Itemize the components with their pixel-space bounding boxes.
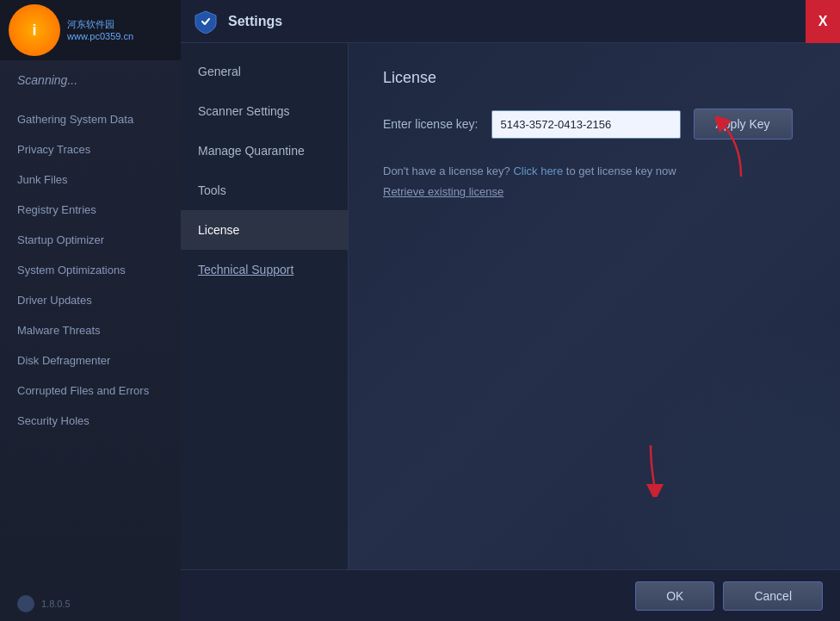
version-label: 1.8.0.5 [0, 587, 181, 621]
sidebar: i 河东软件园www.pc0359.cn Scanning... Gatheri… [0, 0, 181, 621]
watermark-text: 河东软件园www.pc0359.cn [67, 18, 133, 43]
nav-general[interactable]: General [181, 52, 348, 91]
sidebar-item-startup[interactable]: Startup Optimizer [0, 225, 181, 255]
license-key-input[interactable] [491, 110, 681, 139]
settings-nav: General Scanner Settings Manage Quaranti… [181, 43, 349, 569]
retrieve-license-link[interactable]: Retrieve existing license [383, 185, 806, 198]
arrow-annotation-2 [629, 445, 672, 500]
sidebar-nav: Gathering System Data Privacy Traces Jun… [0, 100, 181, 587]
sidebar-item-corrupted[interactable]: Corrupted Files and Errors [0, 376, 181, 406]
sidebar-item-disk[interactable]: Disk Defragmenter [0, 345, 181, 376]
scanning-label: Scanning... [0, 60, 181, 100]
nav-support[interactable]: Technical Support [181, 250, 348, 289]
dialog-body: General Scanner Settings Manage Quaranti… [181, 43, 840, 569]
apply-key-button[interactable]: Apply Key [694, 109, 793, 140]
sidebar-item-junk[interactable]: Junk Files [0, 165, 181, 195]
sidebar-item-privacy[interactable]: Privacy Traces [0, 134, 181, 165]
settings-content: License Enter license key: Apply Key [349, 43, 840, 569]
license-no-key-text: Don't have a license key? Click here to … [383, 161, 806, 181]
license-title: License [383, 69, 806, 87]
sidebar-item-system-opt[interactable]: System Optimizations [0, 255, 181, 285]
nav-scanner[interactable]: Scanner Settings [181, 91, 348, 131]
close-button[interactable]: X [806, 0, 840, 43]
nav-quarantine[interactable]: Manage Quarantine [181, 131, 348, 171]
settings-dialog: Settings X General Scanner Settings Mana… [181, 0, 840, 621]
nav-tools[interactable]: Tools [181, 171, 348, 210]
sidebar-item-registry[interactable]: Registry Entries [0, 195, 181, 225]
watermark-logo: i [9, 4, 60, 56]
watermark-area: i 河东软件园www.pc0359.cn [0, 0, 181, 60]
nav-license[interactable]: License [181, 210, 348, 250]
click-here-link[interactable]: Click here [513, 165, 563, 177]
sidebar-item-security[interactable]: Security Holes [0, 406, 181, 436]
shield-icon [194, 9, 218, 34]
sidebar-item-malware[interactable]: Malware Threats [0, 315, 181, 345]
dialog-footer: OK Cancel [181, 569, 840, 621]
sidebar-item-driver[interactable]: Driver Updates [0, 285, 181, 315]
license-input-label: Enter license key: [383, 117, 479, 131]
license-key-row: Enter license key: Apply Key [383, 109, 806, 140]
sidebar-item-gathering[interactable]: Gathering System Data [0, 104, 181, 134]
dialog-header: Settings X [181, 0, 840, 43]
dialog-title: Settings [228, 14, 282, 29]
cancel-button[interactable]: Cancel [723, 581, 823, 611]
ok-button[interactable]: OK [635, 581, 714, 611]
